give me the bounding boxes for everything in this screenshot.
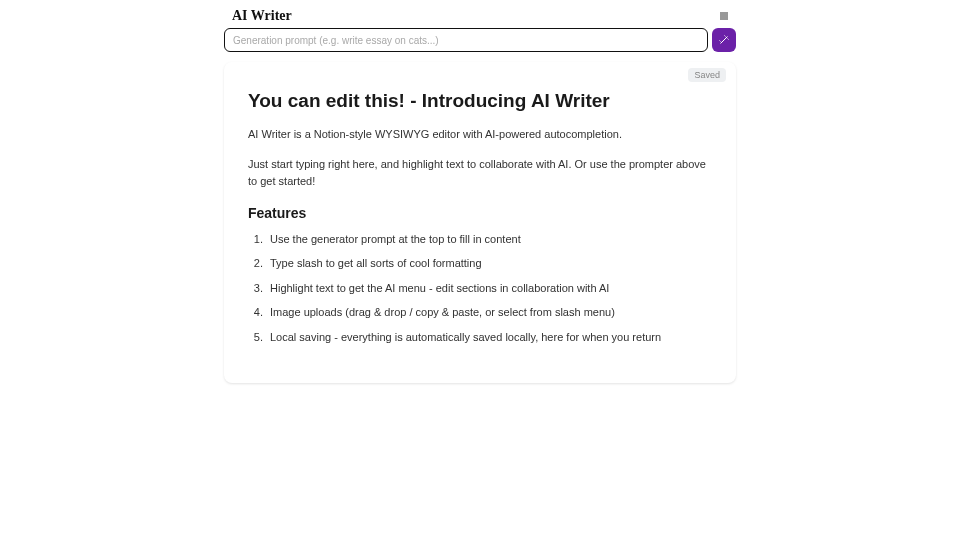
wand-icon [718, 34, 730, 46]
generate-button[interactable] [712, 28, 736, 52]
app-title: AI Writer [232, 8, 292, 24]
features-heading[interactable]: Features [248, 205, 712, 221]
document-instructions[interactable]: Just start typing right here, and highli… [248, 156, 712, 191]
list-item[interactable]: Use the generator prompt at the top to f… [266, 231, 712, 248]
prompt-input[interactable] [224, 28, 708, 52]
prompt-row [224, 28, 736, 58]
menu-icon[interactable] [720, 12, 728, 20]
list-item[interactable]: Local saving - everything is automatical… [266, 329, 712, 346]
header: AI Writer [224, 8, 736, 28]
document-intro[interactable]: AI Writer is a Notion-style WYSIWYG edit… [248, 126, 712, 144]
features-list[interactable]: Use the generator prompt at the top to f… [248, 231, 712, 346]
editor-card[interactable]: Saved You can edit this! - Introducing A… [224, 62, 736, 383]
document-heading[interactable]: You can edit this! - Introducing AI Writ… [248, 90, 712, 112]
status-badge: Saved [688, 68, 726, 82]
list-item[interactable]: Type slash to get all sorts of cool form… [266, 255, 712, 272]
list-item[interactable]: Highlight text to get the AI menu - edit… [266, 280, 712, 297]
list-item[interactable]: Image uploads (drag & drop / copy & past… [266, 304, 712, 321]
